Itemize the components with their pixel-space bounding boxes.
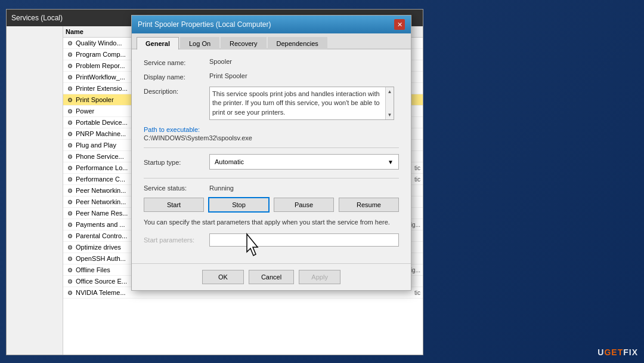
cancel-button[interactable]: Cancel [249,270,294,284]
gear-icon: ⚙ [66,50,74,59]
service-name-selected: Spooler [209,58,232,65]
service-name: Peer Networkin... [76,187,126,194]
gear-icon: ⚙ [66,61,74,70]
service-name: Phone Service... [76,153,124,160]
service-name: Printer Extensio... [76,85,128,92]
gear-icon: ⚙ [66,130,74,138]
dialog-title: Print Spooler Properties (Local Computer… [138,20,271,29]
service-name: Power [76,107,94,115]
startup-row: Startup type: Automatic ▼ [144,154,399,170]
description-text: This service spools print jobs and handl… [212,90,380,116]
separator-2 [144,178,399,179]
service-name-value: Spooler [209,58,399,65]
gear-icon: ⚙ [66,254,74,263]
description-scrollbar[interactable]: ▲ ▼ [385,87,394,119]
service-type: tic [414,176,420,183]
gear-icon: ⚙ [66,288,74,297]
startup-select[interactable]: Automatic ▼ [209,154,399,170]
service-name: Parental Contro... [76,232,127,239]
apply-button[interactable]: Apply [299,270,340,284]
gear-icon: ⚙ [66,152,74,161]
separator [144,147,399,148]
tab-logon[interactable]: Log On [180,37,219,50]
service-name: Peer Networkin... [76,198,126,205]
gear-icon: ⚙ [66,232,74,240]
gear-icon: ⚙ [66,277,74,285]
service-type: tic [414,165,420,171]
description-row: Description: This service spools print j… [144,87,399,120]
service-status-label: Service status: [144,184,209,192]
tab-general[interactable]: General [137,37,179,50]
gear-icon: ⚙ [66,186,74,195]
dialog-titlebar: Print Spooler Properties (Local Computer… [132,16,411,33]
start-button[interactable]: Start [144,198,204,212]
service-name: Plug and Play [76,141,116,149]
gear-icon: ⚙ [66,39,74,47]
params-row: Start parameters: [144,233,399,247]
scroll-up-arrow[interactable]: ▲ [386,87,394,96]
close-button[interactable]: ✕ [394,19,405,30]
gear-icon: ⚙ [66,107,74,115]
path-value: C:\WINDOWS\System32\spoolsv.exe [144,134,399,141]
tab-dependencies[interactable]: Dependencies [268,37,327,50]
service-name: PNRP Machine... [76,130,126,137]
service-name: OpenSSH Auth... [76,255,126,262]
services-title: Services (Local) [11,14,63,22]
service-name: Performance C... [76,176,125,183]
service-name: Office Source E... [76,278,127,285]
service-status-row: Service status: Running [144,184,399,192]
service-name: Offline Files [76,266,110,273]
tab-recovery[interactable]: Recovery [221,37,266,50]
service-name: PrintWorkflow_... [76,73,125,81]
params-label: Start parameters: [144,236,209,244]
service-name: Print Spooler [76,96,114,103]
description-box: This service spools print jobs and handl… [209,87,394,120]
display-name-value: Print Spooler [209,72,399,79]
service-name: Performance Lo... [76,164,128,171]
pause-button[interactable]: Pause [274,198,334,212]
path-section: Path to executable: C:\WINDOWS\System32\… [144,126,399,141]
params-input[interactable] [209,233,399,247]
gear-icon: ⚙ [66,198,74,206]
service-name: NVIDIA Teleme... [76,289,126,296]
service-name: Problem Repor... [76,62,125,69]
gear-icon: ⚙ [66,266,74,274]
gear-icon: ⚙ [66,84,74,93]
gear-icon: ⚙ [66,141,74,149]
service-status-value: Running [209,184,234,192]
watermark-highlight: GET [604,347,623,357]
chevron-down-icon: ▼ [388,159,394,165]
dialog-tabs: General Log On Recovery Dependencies [132,33,411,50]
path-label: Path to executable: [144,126,399,133]
gear-icon: ⚙ [66,243,74,251]
service-name: Peer Name Res... [76,210,128,217]
service-name: Payments and ... [76,221,125,228]
description-label: Description: [144,87,209,95]
gear-icon: ⚙ [66,209,74,217]
startup-label: Startup type: [144,158,209,166]
service-name: Optimize drives [76,244,121,251]
gear-icon: ⚙ [66,220,74,229]
print-spooler-dialog: Print Spooler Properties (Local Computer… [131,15,411,291]
resume-button[interactable]: Resume [339,198,399,212]
gear-icon: ⚙ [66,73,74,81]
stop-button[interactable]: Stop [209,198,269,212]
service-name: Quality Windo... [76,39,122,47]
ok-button[interactable]: OK [202,270,244,284]
gear-icon: ⚙ [66,118,74,127]
watermark: UGETFIX [597,347,638,357]
service-name-label: Service name: [144,58,209,66]
gear-icon: ⚙ [66,164,74,172]
service-buttons-row: Start Stop Pause Resume [144,198,399,212]
scroll-down-arrow[interactable]: ▼ [386,110,394,119]
gear-icon: ⚙ [66,96,74,104]
service-name: Program Comp... [76,51,126,58]
service-name: Portable Device... [76,119,128,126]
display-name-label: Display name: [144,72,209,81]
dialog-content: Service name: Spooler Display name: Prin… [132,50,411,263]
gear-icon: ⚙ [66,175,74,183]
service-type: tic [414,290,420,296]
service-name-row: Service name: Spooler [144,58,399,66]
startup-value: Automatic [215,158,244,165]
hint-text: You can specify the start parameters tha… [144,218,399,227]
